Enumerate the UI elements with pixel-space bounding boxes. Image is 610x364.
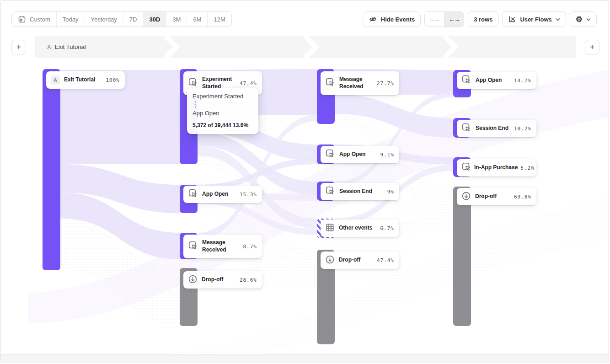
step-divider-chevron — [164, 36, 181, 58]
step-divider-chevron — [443, 36, 460, 58]
footer-strip — [0, 354, 609, 363]
dropoff-icon — [188, 274, 198, 286]
node-card-message-received-3[interactable]: Message Received 27.7% — [321, 71, 399, 95]
node-label: Drop-off — [339, 257, 360, 264]
chevron-down-icon — [586, 18, 591, 21]
node-label: App Open — [339, 151, 365, 158]
calendar-icon — [18, 15, 26, 23]
date-range-group: Custom Today Yesterday 7D 30D 3M 6M 12M — [11, 11, 232, 27]
event-icon — [461, 123, 471, 134]
node-value: 15.3% — [240, 192, 257, 198]
node-value: 10.2% — [514, 126, 531, 132]
settings-button[interactable]: ⚙ — [570, 11, 597, 27]
plus-icon: + — [16, 43, 21, 52]
rows-label: 3 rows — [474, 16, 492, 23]
date-range-label: Custom — [30, 16, 50, 23]
node-card-session-end-3[interactable]: Session End 9% — [321, 183, 399, 200]
node-card-app-open-2[interactable]: App Open 15.3% — [183, 186, 262, 203]
top-toolbar: Custom Today Yesterday 7D 30D 3M 6M 12M … — [0, 0, 609, 31]
date-range-custom[interactable]: Custom — [12, 12, 56, 27]
node-card-other-events-3[interactable]: Other events 6.7% — [321, 219, 399, 237]
node-label: In-App Purchase — [474, 164, 518, 171]
node-card-in-app-purchase-4[interactable]: In-App Purchase 5.2% — [457, 159, 536, 177]
plus-icon: + — [590, 43, 595, 52]
date-range-today[interactable]: Today — [56, 12, 85, 27]
steps-banner: A Exit Tutorial — [35, 36, 576, 58]
node-card-message-received-2[interactable]: Message Received 8.7% — [183, 235, 262, 258]
event-icon — [461, 75, 471, 86]
hide-events-button[interactable]: Hide Events — [363, 11, 421, 27]
view-selector-label: User Flows — [520, 16, 551, 23]
event-icon — [325, 77, 335, 89]
add-step-after-button[interactable]: + — [585, 40, 599, 54]
date-range-3m[interactable]: 3M — [166, 12, 187, 27]
gear-icon: ⚙ — [576, 16, 583, 23]
node-label: App Open — [476, 77, 502, 84]
flow-bar-exit-tutorial[interactable] — [43, 69, 60, 270]
node-card-dropoff-2[interactable]: Drop-off 28.6% — [183, 271, 262, 289]
node-card-dropoff-4[interactable]: Drop-off 69.8% — [457, 188, 536, 205]
node-value: 69.8% — [514, 194, 531, 200]
node-value: 8.7% — [243, 244, 257, 250]
node-label: Session End — [476, 125, 508, 132]
column-width-segmented-control: →← ←→ — [424, 11, 464, 27]
tooltip-stat: 5,372 of 39,444 13.6% — [193, 122, 253, 128]
user-flows-app: Custom Today Yesterday 7D 30D 3M 6M 12M … — [0, 0, 609, 363]
node-value: 6.7% — [380, 225, 395, 231]
node-value: 47.4% — [240, 80, 257, 86]
step-a-name: Exit Tutorial — [55, 43, 86, 50]
hide-events-label: Hide Events — [381, 16, 415, 23]
date-range-7d[interactable]: 7D — [123, 12, 143, 27]
node-label: Drop-off — [202, 276, 223, 284]
node-value: 9% — [387, 189, 394, 195]
event-icon — [188, 77, 198, 89]
node-value: 28.6% — [240, 277, 257, 283]
event-icon — [188, 241, 198, 252]
node-card-dropoff-3[interactable]: Drop-off 47.4% — [321, 252, 399, 269]
flow-chart-icon — [508, 15, 516, 23]
step-a-label[interactable]: A Exit Tutorial — [47, 36, 86, 58]
node-label: Session End — [339, 188, 372, 195]
rows-button[interactable]: 3 rows — [468, 11, 498, 27]
add-step-before-button[interactable]: + — [11, 40, 26, 54]
node-value: 27.7% — [377, 80, 394, 86]
node-label: Message Received — [202, 239, 239, 253]
event-icon — [461, 162, 471, 174]
node-card-app-open-3[interactable]: App Open 9.1% — [321, 146, 399, 163]
date-range-6m[interactable]: 6M — [187, 12, 207, 27]
node-value: 47.4% — [377, 257, 394, 263]
node-label: Exit Tutorial — [64, 76, 95, 84]
event-icon — [188, 188, 198, 200]
node-label: App Open — [202, 191, 228, 198]
view-selector-button[interactable]: User Flows — [502, 11, 566, 27]
node-card-app-open-4[interactable]: App Open 14.7% — [457, 72, 536, 89]
chevron-down-icon — [556, 18, 560, 21]
step-a-letter: A — [47, 44, 51, 50]
node-value: 9.1% — [380, 152, 395, 158]
node-card-exit-tutorial[interactable]: A Exit Tutorial 100% — [46, 71, 125, 89]
flow-bar-dropoff-4[interactable] — [453, 187, 471, 326]
node-label: Drop-off — [475, 193, 497, 200]
date-range-yesterday[interactable]: Yesterday — [85, 12, 123, 27]
event-icon — [325, 186, 335, 198]
tooltip-source-event: Experiment Started — [193, 93, 253, 100]
expand-columns-button[interactable]: ←→ — [444, 12, 464, 27]
eye-off-icon — [369, 15, 377, 23]
node-label: Message Received — [339, 76, 373, 90]
node-label: Other events — [339, 225, 372, 232]
arrows-collapse-icon: →← — [429, 16, 440, 23]
step-divider-chevron — [304, 36, 320, 58]
tooltip-connector-dotted-line — [195, 101, 196, 108]
toolbar-right-controls: Hide Events →← ←→ 3 rows — [363, 11, 597, 27]
tooltip-target-event: App Open — [193, 110, 253, 117]
node-value: 100% — [106, 77, 120, 83]
event-icon — [325, 149, 335, 161]
link — [335, 94, 453, 138]
collapse-columns-button[interactable]: →← — [425, 12, 444, 27]
arrows-expand-icon: ←→ — [449, 16, 460, 23]
node-card-session-end-4[interactable]: Session End 10.2% — [457, 120, 536, 137]
step-letter-chip: A — [51, 75, 60, 85]
node-value: 5.2% — [520, 165, 535, 171]
date-range-30d-active[interactable]: 30D — [143, 12, 166, 27]
date-range-12m[interactable]: 12M — [207, 12, 231, 27]
